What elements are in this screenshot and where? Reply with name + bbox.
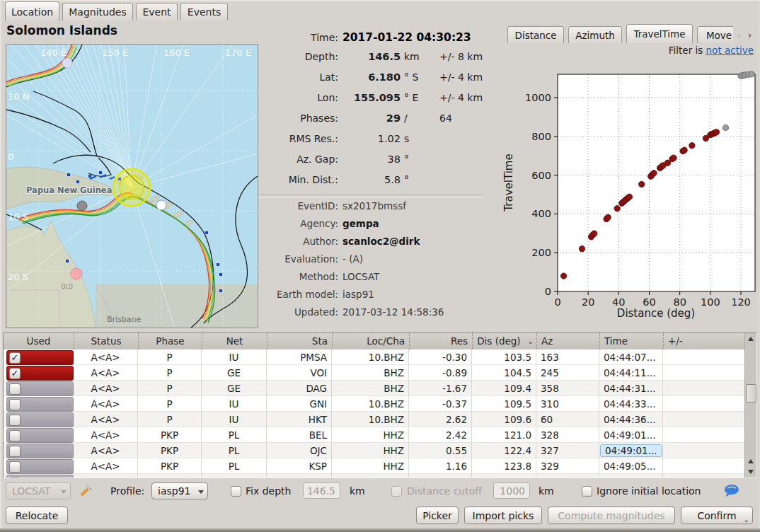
comment-bubble-icon[interactable] <box>723 484 740 498</box>
table-row-gni[interactable]: A<A>PIUGNI10.BHZ-0.37109.531004:44:33... <box>4 396 747 412</box>
cell-cha: 10.BHZ <box>332 396 409 412</box>
cell-az: 310 <box>536 396 599 412</box>
scroll-thumb[interactable] <box>746 384 756 403</box>
column-header-phase[interactable]: Phase <box>138 333 202 349</box>
used-checkbox[interactable] <box>9 415 21 426</box>
used-cell[interactable] <box>6 381 74 396</box>
svg-text:0: 0 <box>8 151 13 162</box>
cell-net: GE <box>202 365 267 381</box>
column-header-loc-cha[interactable]: Loc/Cha <box>332 333 409 349</box>
tab-location[interactable]: Location <box>5 1 59 21</box>
picker-button[interactable]: Picker <box>416 507 459 524</box>
ignore-initial-location-label[interactable]: Ignore initial location <box>597 485 701 497</box>
tab-event[interactable]: Event <box>136 3 178 21</box>
used-cell[interactable]: ✓ <box>6 350 74 365</box>
svg-text:200: 200 <box>531 247 551 258</box>
fix-depth-checkbox[interactable] <box>231 486 241 497</box>
confirm-label: Confirm <box>697 510 736 521</box>
locator-settings-wrench-icon[interactable] <box>78 483 93 499</box>
station-dot-gray[interactable] <box>77 201 87 211</box>
tab-distance[interactable]: Distance <box>507 26 564 43</box>
arrivals-table[interactable]: UsedStatusPhaseNetStaLoc/ChaResDis (deg)… <box>3 332 757 478</box>
cell-sta: GNI <box>267 396 332 412</box>
cell-cha: 10.BHZ <box>332 412 409 427</box>
column-header-used[interactable]: Used <box>4 333 74 349</box>
used-checkbox[interactable] <box>9 399 21 410</box>
location-map[interactable]: Papua New Guinea QLD Brisbane 140 E150 E… <box>6 44 258 328</box>
used-checkbox[interactable]: ✓ <box>9 352 21 364</box>
scroll-down-icon[interactable] <box>746 467 755 477</box>
station-dot-white[interactable] <box>156 200 166 210</box>
used-cell[interactable] <box>6 428 74 443</box>
column-header-time[interactable]: Time <box>599 333 663 349</box>
column-header-net[interactable]: Net <box>202 333 267 349</box>
table-scrollbar[interactable] <box>744 333 756 478</box>
used-cell[interactable]: ✓ <box>6 366 74 381</box>
used-checkbox[interactable]: ✓ <box>9 368 21 379</box>
column-header-az[interactable]: Az <box>536 333 599 349</box>
svg-text:0: 0 <box>554 296 560 308</box>
tab-traveltime[interactable]: TravelTime <box>626 24 693 43</box>
used-cell[interactable] <box>6 459 74 474</box>
svg-text:40: 40 <box>612 296 625 308</box>
used-checkbox[interactable] <box>9 430 21 441</box>
scroll-up-icon[interactable] <box>746 334 755 344</box>
svg-text:150 E: 150 E <box>102 47 128 58</box>
profile-select[interactable]: iasp91 <box>151 482 208 499</box>
origin-meta-row: Method:LOCSAT <box>241 271 502 289</box>
import-picks-button[interactable]: Import picks <box>464 507 542 524</box>
filter-link[interactable]: not active <box>706 45 754 56</box>
relocate-button[interactable]: Relocate <box>6 507 68 524</box>
used-checkbox[interactable] <box>9 477 21 478</box>
tab-magnitudes[interactable]: Magnitudes <box>62 3 133 21</box>
cell-status: A<A> <box>74 396 138 412</box>
used-cell[interactable] <box>6 444 74 458</box>
sort-descending-icon: ⌄ <box>528 337 534 345</box>
tab-scroll-right-icon[interactable]: › <box>745 28 754 42</box>
cell-status: A<A> <box>74 427 138 443</box>
tab-move-clipped[interactable]: Move <box>697 26 733 44</box>
used-cell[interactable] <box>6 475 74 478</box>
event-marker[interactable] <box>113 169 150 206</box>
used-checkbox[interactable] <box>9 461 21 473</box>
tab-events-label: Events <box>188 6 221 18</box>
fix-depth-label[interactable]: Fix depth <box>246 485 291 497</box>
table-row-hkt[interactable]: A<A>PIUHKT10.BHZ2.62109.66004:44:36... <box>4 412 747 427</box>
cell-status: A<A> <box>74 443 138 458</box>
table-row-dag[interactable]: A<A>PGEDAGBHZ-1.67109.435804:44:31... <box>4 381 747 396</box>
profile-value: iasp91 <box>158 485 190 497</box>
map-label-png: Papua New Guinea <box>26 185 112 195</box>
cell-time: 04:44:33... <box>599 396 663 412</box>
cell-net: GE <box>202 381 267 396</box>
column-header-status[interactable]: Status <box>74 333 138 349</box>
table-row-pmsa[interactable]: ✓A<A>PIUPMSA10.BHZ-0.30103.516304:44:07.… <box>4 349 747 365</box>
table-row-voi[interactable]: ✓A<A>PGEVOIBHZ-0.89104.524504:44:11... <box>4 365 747 381</box>
station-dot-pink[interactable] <box>71 268 82 279</box>
column-header-dis-deg[interactable]: Dis (deg)⌄ <box>472 333 536 349</box>
table-row-ojc[interactable]: A<A>PKPPLOJCHHZ0.55122.432704:49:01... <box>4 443 747 458</box>
cell-pm <box>663 381 747 396</box>
traveltime-plot[interactable]: 02040608010012002004006008001000TravelTi… <box>495 67 760 329</box>
table-row-ksp[interactable]: A<A>PKPPLKSPHHZ1.16123.832904:49:05... <box>4 458 747 474</box>
used-checkbox[interactable] <box>9 446 21 457</box>
station-dot-lavender[interactable] <box>62 58 72 68</box>
ignore-initial-location-checkbox[interactable] <box>582 486 592 497</box>
cell-phase: P <box>138 349 202 365</box>
origin-row: Az. Gap:38° <box>241 154 495 174</box>
column-header-[interactable]: +/- <box>663 333 747 349</box>
origin-meta-row: Updated:2017-03-12 14:58:36 <box>241 306 502 324</box>
column-header-res[interactable]: Res <box>409 333 472 349</box>
tab-events[interactable]: Events <box>180 3 228 21</box>
used-checkbox[interactable] <box>9 383 21 395</box>
table-row-pvcc[interactable]: A<A>PKPCZPVCCHHZ0.28124.933004:49:08... <box>4 474 747 478</box>
tab-azimuth[interactable]: Azimuth <box>568 26 622 43</box>
column-header-sta[interactable]: Sta <box>267 333 332 349</box>
scroll-up2-icon[interactable] <box>746 456 755 466</box>
tab-scroll-left-icon[interactable]: ‹ <box>735 28 744 42</box>
used-cell[interactable] <box>6 397 74 412</box>
used-cell[interactable] <box>6 412 74 427</box>
cell-sta: PVCC <box>267 474 332 478</box>
confirm-button[interactable]: Confirm ⌄ <box>681 507 753 524</box>
cell-time: 04:49:08... <box>599 474 663 478</box>
table-row-bel[interactable]: A<A>PKPPLBELHHZ2.42121.032804:49:01... <box>4 427 747 443</box>
